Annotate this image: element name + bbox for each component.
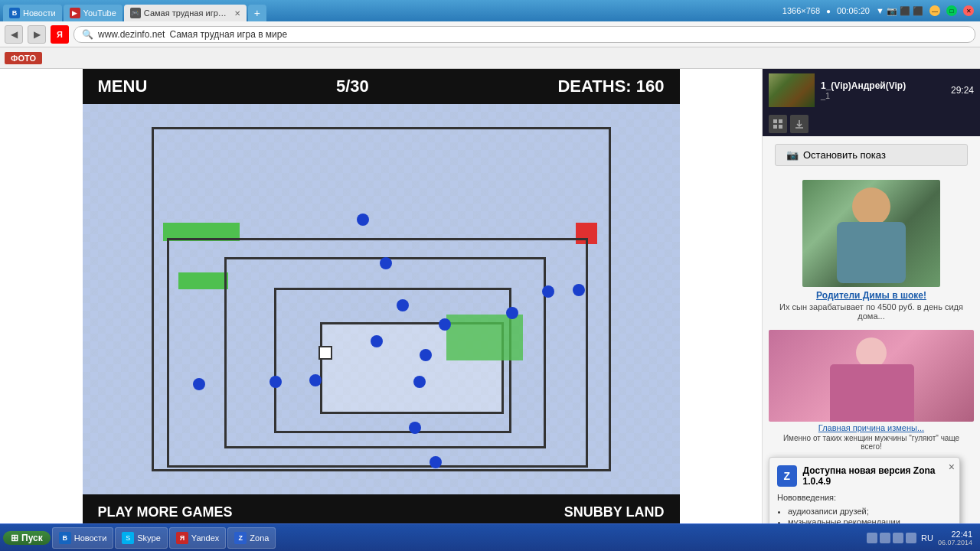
foto-button[interactable]: ФОТО bbox=[5, 52, 42, 64]
notif-close-button[interactable]: × bbox=[949, 461, 955, 473]
taskbar-novosti-label: Новости bbox=[74, 533, 107, 543]
blue-dot-2 bbox=[380, 257, 392, 269]
person-head bbox=[852, 187, 890, 226]
tab-game-favicon: 🎮 bbox=[130, 8, 141, 18]
tab-game-label: Самая трудная игра в... bbox=[144, 8, 228, 18]
time-display: 29:24 bbox=[951, 85, 974, 96]
svg-rect-2 bbox=[773, 125, 777, 129]
video-thumb-img bbox=[769, 73, 815, 107]
player-sprite bbox=[318, 346, 332, 360]
snubby-land-label[interactable]: SNUBBY LAND bbox=[564, 504, 665, 520]
tab-bar: B Новости ▶ YouTube 🎮 Самая трудная игра… bbox=[3, 0, 266, 21]
back-button[interactable]: ◀ bbox=[5, 25, 23, 44]
notification-area: Z Доступна новая версия Zona 1.0.4.9 × Н… bbox=[763, 454, 980, 523]
deaths-count: 160 bbox=[636, 77, 665, 96]
taskbar-zona-label: Zona bbox=[250, 533, 269, 543]
tray-locale: RU bbox=[921, 533, 933, 543]
blue-dot-9 bbox=[420, 349, 432, 361]
title-bar: B Новости ▶ YouTube 🎮 Самая трудная игра… bbox=[0, 0, 980, 21]
grid-icon-button[interactable] bbox=[769, 115, 787, 133]
url-site: www.dezinfo.net bbox=[98, 29, 165, 40]
sidebar-inner: 1_(Vip)Андрей(Vip) _1 29:24 bbox=[763, 69, 980, 523]
stop-show-label: Остановить показ bbox=[803, 149, 886, 161]
profile-link[interactable]: Родители Димы в шоке! bbox=[816, 290, 926, 301]
blue-dot-13 bbox=[409, 422, 421, 434]
tray-icon-1 bbox=[867, 533, 877, 543]
start-label: Пуск bbox=[21, 533, 43, 543]
svg-rect-0 bbox=[773, 119, 777, 123]
download-icon bbox=[794, 119, 805, 129]
green-block-inner bbox=[446, 315, 523, 360]
deaths-display: DEATHS: 160 bbox=[557, 77, 664, 96]
ad-link[interactable]: Главная причина измены... bbox=[769, 422, 974, 434]
taskbar-item-zona[interactable]: Z Zona bbox=[227, 527, 276, 549]
minimize-button[interactable]: — bbox=[929, 5, 940, 16]
close-button[interactable]: ✕ bbox=[963, 5, 974, 16]
maximize-button[interactable]: □ bbox=[946, 5, 957, 16]
toolbar: ФОТО bbox=[0, 47, 980, 69]
blue-dot-11 bbox=[309, 374, 322, 386]
stop-show-button[interactable]: 📷 Остановить показ bbox=[775, 144, 968, 166]
person-body bbox=[837, 222, 906, 283]
profile-image bbox=[802, 180, 940, 287]
taskbar-skype-icon: S bbox=[122, 532, 134, 544]
tab-youtube[interactable]: ▶ YouTube bbox=[64, 5, 122, 21]
windows-icon: ⊞ bbox=[11, 533, 18, 543]
game-container: MENU 5/30 DEATHS: 160 bbox=[83, 69, 680, 523]
tab-novosti-label: Новости bbox=[23, 8, 56, 18]
menu-label[interactable]: MENU bbox=[98, 77, 148, 96]
notif-header: Z Доступна новая версия Zona 1.0.4.9 × bbox=[777, 465, 952, 487]
game-header: MENU 5/30 DEATHS: 160 bbox=[83, 69, 680, 104]
tab-youtube-favicon: ▶ bbox=[70, 8, 80, 18]
control-icons bbox=[769, 115, 974, 133]
taskbar-zona-icon: Z bbox=[234, 532, 247, 544]
yandex-logo[interactable]: Я bbox=[51, 25, 69, 44]
tray-icons bbox=[867, 533, 916, 543]
address-bar: ◀ ▶ Я 🔍 www.dezinfo.net Самая трудная иг… bbox=[0, 21, 980, 47]
tab-game[interactable]: 🎮 Самая трудная игра в... ✕ bbox=[124, 5, 247, 21]
tray-clock: 22:41 06.07.2014 bbox=[938, 530, 972, 546]
taskbar-item-yandex[interactable]: Я Yandex bbox=[169, 527, 227, 549]
browser-window: B Новости ▶ YouTube 🎮 Самая трудная игра… bbox=[0, 0, 980, 551]
taskbar-item-skype[interactable]: S Skype bbox=[115, 527, 168, 549]
search-icon: 🔍 bbox=[82, 29, 93, 40]
notif-item-2: музыкальные рекомендации. bbox=[788, 517, 952, 523]
tab-game-close[interactable]: ✕ bbox=[234, 9, 240, 18]
grid-icon bbox=[773, 119, 783, 129]
ad-container: Главная причина измены... Именно от таки… bbox=[763, 327, 980, 454]
sidebar-controls-bar bbox=[763, 112, 980, 136]
system-tray: RU 22:41 06.07.2014 bbox=[862, 530, 977, 546]
blue-dot-12 bbox=[413, 376, 426, 388]
resolution-display: 1366×768 bbox=[782, 6, 820, 15]
ad-caption: Именно от таких женщин мужчины "гуляют" … bbox=[769, 434, 974, 451]
user-sub: _1 bbox=[821, 91, 945, 100]
tray-date: 06.07.2014 bbox=[938, 539, 972, 546]
url-bar[interactable]: 🔍 www.dezinfo.net Самая трудная игра в м… bbox=[74, 26, 975, 43]
tab-novosti[interactable]: B Новости bbox=[3, 5, 62, 21]
tray-icon-4 bbox=[906, 533, 916, 543]
camera-icon: 📷 bbox=[786, 149, 799, 161]
play-more-label[interactable]: PLAY MORE GAMES bbox=[98, 504, 233, 520]
ad-image bbox=[769, 330, 974, 422]
new-tab-button[interactable]: + bbox=[248, 5, 266, 21]
blue-dot-5 bbox=[506, 307, 518, 319]
green-bar-inner bbox=[178, 272, 228, 289]
forward-button[interactable]: ▶ bbox=[28, 25, 46, 44]
download-button[interactable] bbox=[790, 115, 808, 133]
blue-dot-15 bbox=[193, 378, 205, 390]
taskbar-skype-label: Skype bbox=[137, 533, 161, 543]
taskbar-item-novosti[interactable]: B Новости bbox=[52, 527, 114, 549]
sidebar: 1_(Vip)Андрей(Vip) _1 29:24 bbox=[762, 69, 980, 523]
username: 1_(Vip)Андрей(Vip) bbox=[821, 80, 945, 91]
blue-dot-10 bbox=[270, 376, 282, 388]
start-button[interactable]: ⊞ Пуск bbox=[3, 531, 51, 545]
tray-time: 22:41 bbox=[951, 530, 972, 539]
record-time: 00:06:20 bbox=[837, 6, 870, 15]
taskbar: ⊞ Пуск B Новости S Skype Я Yandex Z Zona bbox=[0, 523, 980, 551]
record-icon: ● bbox=[826, 7, 831, 15]
tab-youtube-label: YouTube bbox=[83, 8, 116, 18]
url-path: Самая трудная игра в мире bbox=[169, 29, 287, 40]
game-canvas[interactable] bbox=[83, 104, 680, 494]
blue-dot-3 bbox=[397, 299, 409, 311]
zona-logo: Z bbox=[777, 465, 797, 487]
